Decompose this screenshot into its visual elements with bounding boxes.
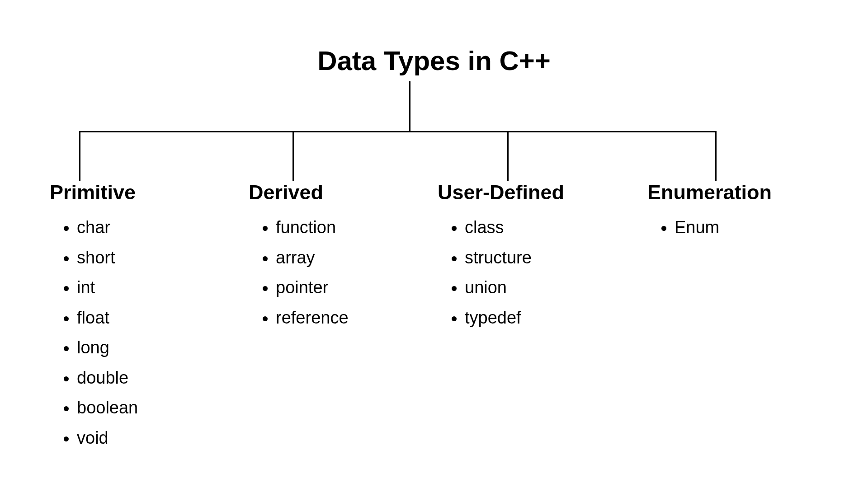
list-item: array bbox=[276, 243, 349, 273]
list-primitive: char short int float long double boolean… bbox=[50, 212, 138, 453]
connector-vertical-root bbox=[409, 81, 410, 131]
list-item: void bbox=[77, 423, 138, 453]
list-item: float bbox=[77, 303, 138, 333]
connector-horizontal bbox=[79, 131, 715, 132]
section-user-defined: User-Defined class structure union typed… bbox=[438, 181, 564, 333]
list-item: double bbox=[77, 363, 138, 393]
list-derived: function array pointer reference bbox=[249, 212, 349, 333]
list-item: long bbox=[77, 333, 138, 363]
list-item: Enum bbox=[675, 212, 772, 243]
list-item: class bbox=[465, 212, 564, 243]
list-item: pointer bbox=[276, 272, 349, 303]
list-item: typedef bbox=[465, 303, 564, 333]
list-user-defined: class structure union typedef bbox=[438, 212, 564, 333]
list-item: structure bbox=[465, 243, 564, 273]
list-item: union bbox=[465, 272, 564, 303]
list-enumeration: Enum bbox=[647, 212, 772, 243]
section-derived: Derived function array pointer reference bbox=[249, 181, 349, 333]
connector-branch-user-defined bbox=[507, 131, 509, 181]
section-heading-primitive: Primitive bbox=[50, 181, 138, 204]
section-heading-derived: Derived bbox=[249, 181, 349, 204]
connector-branch-primitive bbox=[79, 131, 80, 181]
list-item: reference bbox=[276, 303, 349, 333]
section-enumeration: Enumeration Enum bbox=[647, 181, 772, 243]
section-heading-enumeration: Enumeration bbox=[647, 181, 772, 204]
list-item: function bbox=[276, 212, 349, 243]
section-heading-user-defined: User-Defined bbox=[438, 181, 564, 204]
list-item: boolean bbox=[77, 393, 138, 423]
connector-branch-enumeration bbox=[715, 131, 717, 181]
section-primitive: Primitive char short int float long doub… bbox=[50, 181, 138, 453]
list-item: char bbox=[77, 212, 138, 243]
connector-branch-derived bbox=[292, 131, 294, 181]
diagram-title: Data Types in C++ bbox=[317, 45, 551, 76]
list-item: int bbox=[77, 272, 138, 303]
list-item: short bbox=[77, 243, 138, 273]
